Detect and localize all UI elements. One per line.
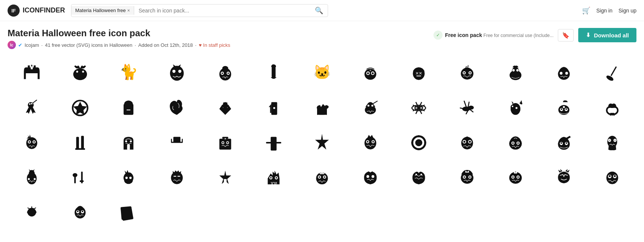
author-avatar[interactable]: Ic — [8, 41, 16, 49]
svg-point-129 — [469, 141, 471, 143]
list-item[interactable] — [491, 160, 540, 195]
search-input[interactable] — [134, 5, 310, 17]
svg-point-169 — [324, 176, 325, 178]
list-item[interactable] — [56, 91, 104, 125]
svg-point-146 — [29, 170, 35, 177]
list-item[interactable] — [201, 91, 249, 125]
svg-point-50 — [29, 103, 31, 105]
list-item[interactable] — [443, 56, 491, 91]
svg-point-58 — [221, 105, 224, 107]
sign-up-link[interactable]: Sign up — [619, 8, 636, 14]
list-item[interactable] — [153, 91, 201, 125]
list-item[interactable]: ✕✕ — [395, 56, 443, 91]
list-item[interactable] — [298, 91, 346, 125]
list-item[interactable] — [104, 195, 153, 230]
svg-point-174 — [415, 174, 417, 175]
svg-point-92 — [613, 108, 615, 110]
list-item[interactable] — [540, 91, 588, 125]
list-item[interactable] — [298, 160, 346, 195]
svg-point-189 — [609, 175, 611, 177]
list-item[interactable] — [443, 160, 491, 195]
svg-rect-18 — [272, 67, 276, 77]
bookmark-button[interactable]: 🔖 — [558, 29, 574, 42]
list-item[interactable] — [395, 160, 443, 195]
author-name[interactable]: Icojam — [25, 42, 39, 48]
svg-rect-56 — [127, 109, 130, 110]
list-item[interactable] — [8, 195, 56, 230]
list-item[interactable] — [588, 160, 636, 195]
dot-sep2: · — [135, 42, 136, 48]
list-item[interactable] — [540, 125, 588, 160]
svg-point-83 — [516, 107, 517, 109]
svg-text:IF: IF — [11, 8, 16, 14]
svg-line-76 — [468, 102, 469, 107]
list-item[interactable] — [491, 125, 540, 160]
list-item[interactable] — [588, 56, 636, 91]
list-item[interactable]: 🐱 — [298, 56, 346, 91]
list-item[interactable] — [8, 160, 56, 195]
list-item[interactable] — [443, 125, 491, 160]
list-item[interactable] — [540, 160, 588, 195]
list-item[interactable] — [56, 125, 104, 160]
list-item[interactable] — [443, 91, 491, 125]
list-item[interactable] — [153, 125, 201, 160]
free-badge: ✓ Free icon pack Free for commercial use… — [433, 31, 553, 40]
cart-icon[interactable]: 🛒 — [582, 6, 590, 15]
svg-point-148 — [34, 178, 36, 180]
list-item[interactable] — [56, 56, 104, 91]
list-item[interactable]: 🐈 — [104, 56, 153, 91]
svg-point-87 — [561, 108, 562, 110]
svg-point-173 — [372, 175, 374, 178]
list-item[interactable] — [56, 160, 104, 195]
list-item[interactable] — [153, 56, 201, 91]
list-item[interactable] — [588, 91, 636, 125]
list-item[interactable] — [8, 91, 56, 125]
svg-rect-46 — [563, 78, 565, 80]
list-item[interactable] — [298, 125, 346, 160]
list-item[interactable] — [104, 125, 153, 160]
list-item[interactable] — [491, 56, 540, 91]
list-item[interactable] — [201, 160, 249, 195]
list-item[interactable] — [395, 91, 443, 125]
list-item[interactable] — [588, 125, 636, 160]
list-item[interactable] — [346, 125, 395, 160]
list-item[interactable] — [249, 160, 298, 195]
svg-text:🐱: 🐱 — [313, 64, 331, 81]
list-item[interactable] — [104, 160, 153, 195]
list-item[interactable]: ✕ — [346, 56, 395, 91]
svg-point-139 — [566, 142, 567, 144]
list-item[interactable] — [249, 91, 298, 125]
search-button[interactable]: 🔍 — [310, 6, 328, 15]
list-item[interactable] — [491, 91, 540, 125]
svg-point-172 — [367, 175, 369, 178]
list-item[interactable] — [395, 125, 443, 160]
list-item[interactable] — [153, 160, 201, 195]
list-item[interactable] — [201, 56, 249, 91]
list-item[interactable] — [249, 125, 298, 160]
list-item[interactable] — [249, 56, 298, 91]
svg-point-27 — [372, 72, 374, 74]
logo[interactable]: IF ICONFINDER — [8, 5, 65, 17]
svg-point-134 — [517, 142, 519, 144]
list-item[interactable] — [104, 91, 153, 125]
list-item[interactable] — [346, 91, 395, 125]
list-item[interactable] — [56, 195, 104, 230]
svg-point-138 — [560, 142, 562, 144]
sign-in-link[interactable]: Sign in — [596, 8, 613, 14]
svg-point-89 — [563, 106, 565, 108]
download-all-button[interactable]: ⬇ Download all — [578, 28, 636, 42]
svg-point-6 — [76, 71, 78, 72]
pack-count: 41 free vector (SVG) icons in Halloween — [45, 42, 132, 48]
list-item[interactable] — [8, 125, 56, 160]
list-item[interactable] — [201, 125, 249, 160]
list-item[interactable] — [540, 56, 588, 91]
list-item[interactable] — [8, 56, 56, 91]
svg-point-175 — [421, 174, 422, 175]
svg-line-79 — [470, 109, 473, 112]
tag-chip[interactable]: Materia Halloween free × — [71, 6, 134, 15]
svg-point-128 — [463, 141, 465, 143]
svg-point-103 — [130, 140, 132, 142]
close-icon[interactable]: × — [127, 8, 130, 13]
svg-point-42 — [516, 69, 519, 71]
list-item[interactable] — [346, 160, 395, 195]
